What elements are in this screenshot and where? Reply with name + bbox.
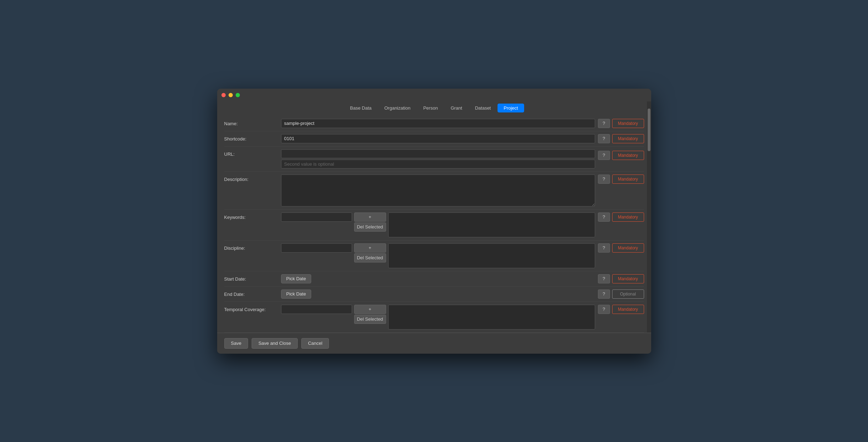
temporal-coverage-btn-group: + Del Selected xyxy=(354,305,386,324)
keywords-label: Keywords: xyxy=(224,212,281,220)
description-row: Description: ? Mandatory xyxy=(224,172,644,210)
shortcode-input[interactable] xyxy=(281,134,595,143)
name-input[interactable] xyxy=(281,119,595,128)
end-date-status-badge: Optional xyxy=(612,289,644,299)
description-label: Description: xyxy=(224,175,281,182)
shortcode-help-button[interactable]: ? xyxy=(598,134,610,143)
minimize-button[interactable] xyxy=(229,93,233,97)
keywords-control: + Del Selected xyxy=(281,212,595,237)
url-row: URL: ? Mandatory xyxy=(224,147,644,172)
url-right: ? Mandatory xyxy=(598,149,644,160)
discipline-input[interactable] xyxy=(281,243,352,253)
name-help-button[interactable]: ? xyxy=(598,119,610,128)
end-date-help-button[interactable]: ? xyxy=(598,289,610,299)
description-status-badge: Mandatory xyxy=(612,175,644,184)
url-section xyxy=(281,149,595,168)
temporal-coverage-control: + Del Selected xyxy=(281,305,595,330)
tabs-bar: Base Data Organization Person Grant Data… xyxy=(217,101,651,116)
name-status-badge: Mandatory xyxy=(612,119,644,128)
tab-base-data[interactable]: Base Data xyxy=(344,104,378,112)
name-right: ? Mandatory xyxy=(598,119,644,128)
temporal-coverage-right: ? Mandatory xyxy=(598,305,644,314)
url-status-badge: Mandatory xyxy=(612,151,644,160)
cancel-button[interactable]: Cancel xyxy=(301,338,329,349)
main-window: Base Data Organization Person Grant Data… xyxy=(217,89,651,354)
temporal-coverage-label: Temporal Coverage: xyxy=(224,305,281,312)
start-date-control: Pick Date xyxy=(281,274,595,283)
keywords-add-button[interactable]: + xyxy=(354,212,386,222)
name-control xyxy=(281,119,595,128)
discipline-row: Discipline: + Del Selected ? Mandatory xyxy=(224,241,644,271)
keywords-right: ? Mandatory xyxy=(598,212,644,222)
close-button[interactable] xyxy=(221,93,226,97)
keywords-status-badge: Mandatory xyxy=(612,212,644,222)
start-date-pick-button[interactable]: Pick Date xyxy=(281,274,312,283)
keywords-del-button[interactable]: Del Selected xyxy=(354,222,386,232)
description-right: ? Mandatory xyxy=(598,175,644,184)
tab-project[interactable]: Project xyxy=(498,104,524,112)
keywords-row: Keywords: + Del Selected ? Mandatory xyxy=(224,210,644,241)
temporal-coverage-del-button[interactable]: Del Selected xyxy=(354,315,386,324)
discipline-btn-group: + Del Selected xyxy=(354,243,386,263)
scrollbar-thumb[interactable] xyxy=(648,109,650,151)
form-content: Name: ? Mandatory Shortcode: ? Mandatory… xyxy=(217,116,651,333)
save-close-button[interactable]: Save and Close xyxy=(252,338,298,349)
keywords-help-button[interactable]: ? xyxy=(598,212,610,222)
temporal-coverage-row: Temporal Coverage: + Del Selected ? Mand… xyxy=(224,302,644,333)
shortcode-label: Shortcode: xyxy=(224,134,281,142)
discipline-control: + Del Selected xyxy=(281,243,595,268)
url-second-input[interactable] xyxy=(281,160,595,168)
keywords-list[interactable] xyxy=(388,212,595,237)
start-date-row: Start Date: Pick Date ? Mandatory xyxy=(224,271,644,287)
end-date-control: Pick Date xyxy=(281,289,595,299)
discipline-list[interactable] xyxy=(388,243,595,268)
save-button[interactable]: Save xyxy=(224,338,248,349)
shortcode-right: ? Mandatory xyxy=(598,134,644,143)
temporal-coverage-help-button[interactable]: ? xyxy=(598,305,610,314)
footer: Save Save and Close Cancel xyxy=(217,333,651,354)
description-control xyxy=(281,175,595,206)
tab-grant[interactable]: Grant xyxy=(445,104,468,112)
keywords-input[interactable] xyxy=(281,212,352,222)
url-input[interactable] xyxy=(281,149,595,158)
url-label: URL: xyxy=(224,149,281,157)
discipline-add-button[interactable]: + xyxy=(354,243,386,253)
description-help-button[interactable]: ? xyxy=(598,175,610,184)
url-control xyxy=(281,149,595,168)
tab-dataset[interactable]: Dataset xyxy=(469,104,497,112)
discipline-section: + Del Selected xyxy=(281,243,595,268)
maximize-button[interactable] xyxy=(236,93,240,97)
tab-person[interactable]: Person xyxy=(417,104,444,112)
end-date-right: ? Optional xyxy=(598,289,644,299)
discipline-right: ? Mandatory xyxy=(598,243,644,253)
temporal-coverage-add-button[interactable]: + xyxy=(354,305,386,314)
name-label: Name: xyxy=(224,119,281,126)
temporal-coverage-input[interactable] xyxy=(281,305,352,314)
shortcode-status-badge: Mandatory xyxy=(612,134,644,143)
start-date-right: ? Mandatory xyxy=(598,274,644,283)
end-date-pick-button[interactable]: Pick Date xyxy=(281,289,312,299)
url-help-button[interactable]: ? xyxy=(598,151,610,160)
keywords-btn-group: + Del Selected xyxy=(354,212,386,232)
discipline-status-badge: Mandatory xyxy=(612,243,644,253)
temporal-coverage-list[interactable] xyxy=(388,305,595,330)
discipline-help-button[interactable]: ? xyxy=(598,243,610,253)
tab-organization[interactable]: Organization xyxy=(378,104,417,112)
discipline-del-button[interactable]: Del Selected xyxy=(354,253,386,263)
shortcode-control xyxy=(281,134,595,143)
start-date-status-badge: Mandatory xyxy=(612,274,644,283)
name-row: Name: ? Mandatory xyxy=(224,116,644,131)
end-date-row: End Date: Pick Date ? Optional xyxy=(224,287,644,302)
temporal-coverage-status-badge: Mandatory xyxy=(612,305,644,314)
shortcode-row: Shortcode: ? Mandatory xyxy=(224,131,644,147)
keywords-section: + Del Selected xyxy=(281,212,595,237)
titlebar xyxy=(217,89,651,101)
scrollbar-track[interactable] xyxy=(647,101,651,332)
start-date-help-button[interactable]: ? xyxy=(598,274,610,283)
description-input[interactable] xyxy=(281,175,595,206)
discipline-label: Discipline: xyxy=(224,243,281,251)
temporal-coverage-section: + Del Selected xyxy=(281,305,595,330)
end-date-label: End Date: xyxy=(224,289,281,297)
start-date-label: Start Date: xyxy=(224,274,281,282)
